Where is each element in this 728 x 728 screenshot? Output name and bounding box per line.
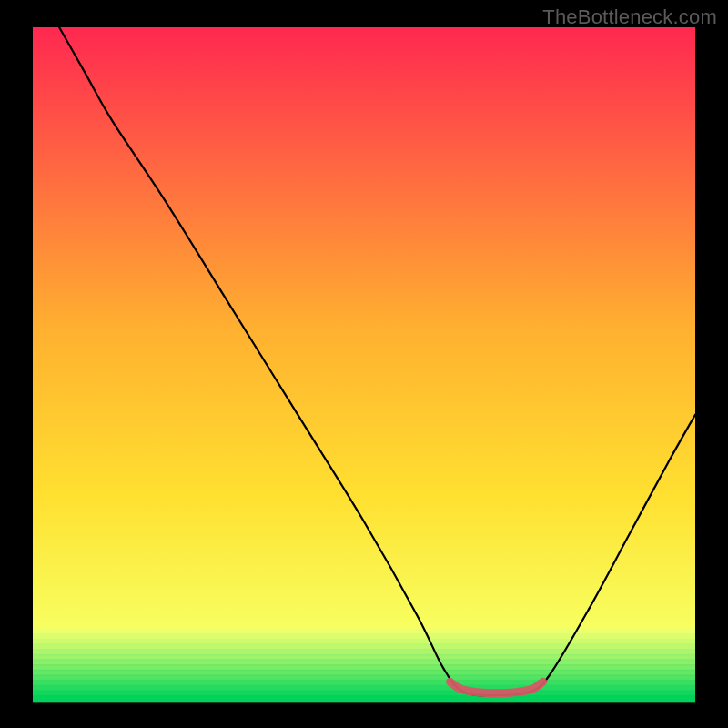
bottom-stripes xyxy=(33,629,695,703)
bottleneck-chart xyxy=(0,0,728,728)
watermark-text: TheBottleneck.com xyxy=(542,5,717,29)
chart-frame: TheBottleneck.com xyxy=(0,0,728,728)
svg-rect-13 xyxy=(33,695,695,702)
